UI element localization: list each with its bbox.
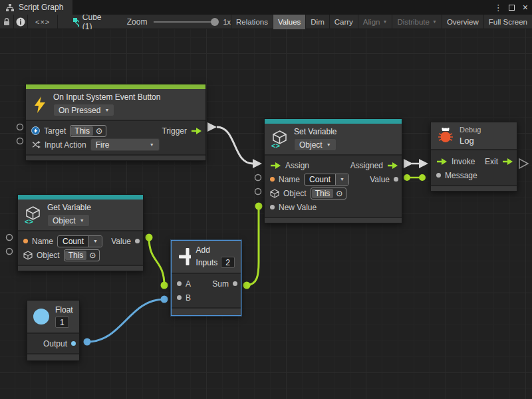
zoom-slider-track[interactable]	[154, 21, 217, 23]
node-debug-log[interactable]: Debug Log Invoke Exit	[430, 122, 517, 192]
port-dot-value[interactable]	[135, 239, 140, 243]
lock-button[interactable]	[0, 15, 14, 29]
port-dot-message[interactable]	[436, 173, 441, 178]
close-icon[interactable]: ×	[523, 3, 528, 12]
port-assign-in-arrow[interactable]	[253, 159, 262, 168]
set-variable-kind-dropdown[interactable]: Object ▼	[294, 138, 336, 151]
toolbar-button-overview[interactable]: Overview	[442, 15, 483, 29]
port-getobject-unconnected[interactable]	[7, 249, 13, 255]
port-dot-sum[interactable]	[233, 281, 237, 286]
event-node-color-bar	[26, 84, 205, 89]
toolbar-button-values[interactable]: Values	[273, 15, 305, 29]
get-variable-header: <> Get Variable Object ▼	[18, 200, 143, 230]
port-dot-new-value[interactable]	[270, 205, 275, 209]
event-mode-dropdown[interactable]: On Pressed ▼	[53, 104, 114, 116]
this-object-chip[interactable]: This ⊙	[64, 249, 100, 261]
maximize-icon[interactable]	[509, 5, 515, 11]
info-icon	[16, 17, 25, 27]
this-object-chip[interactable]: This ⊙	[70, 125, 106, 137]
port-row-a: A Sum	[172, 277, 241, 291]
zoom-slider[interactable]	[154, 18, 217, 26]
node-title: Float	[55, 305, 73, 315]
input-action-dropdown[interactable]: Fire ▼	[90, 138, 160, 151]
port-newvalue-in-endpoint[interactable]	[255, 203, 263, 210]
chevron-down-icon: ▼	[104, 108, 109, 112]
info-button[interactable]	[14, 15, 28, 29]
flow-arrow-icon[interactable]	[436, 158, 448, 166]
node-title: Get Variable	[47, 203, 91, 212]
flow-arrow-icon[interactable]	[502, 158, 513, 166]
port-setobject-unconnected[interactable]	[255, 189, 261, 195]
add-node-footer	[172, 307, 241, 315]
zoom-value: 1x	[223, 18, 231, 26]
toolbar-button-relations[interactable]: Relations	[231, 15, 273, 29]
port-target-unconnected[interactable]	[17, 124, 23, 130]
chevron-down-icon: ▼	[150, 142, 154, 147]
node-get-variable[interactable]: <> Get Variable Object ▼ Name Count	[17, 194, 144, 271]
svg-text:<>: <>	[25, 217, 33, 224]
port-dot-value[interactable]	[394, 177, 398, 182]
port-exit-unconnected[interactable]	[519, 159, 528, 168]
lock-icon	[3, 17, 11, 26]
graph-canvas[interactable]: On Input System Event Button On Pressed …	[0, 29, 532, 399]
toolbar-button-distribute[interactable]: Distribute ▼	[392, 15, 442, 29]
code-view-button[interactable]: <×>	[28, 15, 58, 29]
port-dot-output[interactable]	[71, 341, 76, 346]
window-menu-icon[interactable]: ⋮	[494, 3, 501, 13]
port-dot-name[interactable]	[270, 177, 275, 182]
node-set-variable[interactable]: <> Set Variable Object ▼ Assi	[264, 118, 402, 223]
float-value-field[interactable]: 1	[55, 317, 69, 328]
svg-text:<>: <>	[271, 142, 280, 148]
node-title: On Input System Event Button	[53, 92, 160, 102]
port-row-new-value: New Value	[265, 200, 402, 214]
node-add[interactable]: Add Inputs 2 A Sum	[171, 240, 241, 316]
port-sum-out-endpoint[interactable]	[243, 282, 251, 289]
port-getvalue-out-endpoint[interactable]	[146, 234, 153, 241]
wire-sum-to-newvalue[interactable]	[247, 206, 259, 285]
port-dot-a[interactable]	[177, 281, 182, 286]
set-variable-color-bar	[265, 119, 402, 124]
port-row-name: Name Count ▼ Value	[265, 172, 402, 186]
wire-getvalue-to-a[interactable]	[149, 237, 164, 285]
flow-arrow-icon[interactable]	[270, 162, 281, 170]
node-float[interactable]: Float 1 Output	[27, 300, 80, 361]
get-variable-kind-dropdown[interactable]: Object ▼	[47, 214, 90, 227]
port-getname-unconnected[interactable]	[7, 235, 13, 241]
port-dot-name[interactable]	[23, 239, 28, 243]
target-symbol-icon: ⊙	[93, 126, 105, 136]
graph-target-label: Cube (1)	[82, 13, 104, 31]
port-message-in-endpoint[interactable]	[419, 174, 426, 181]
port-setname-unconnected[interactable]	[255, 175, 261, 181]
port-trigger-out-arrow[interactable]	[207, 122, 217, 132]
this-object-chip[interactable]: This ⊙	[311, 188, 347, 200]
flow-arrow-icon[interactable]	[191, 127, 202, 135]
target-icon	[31, 126, 40, 135]
toolbar-button-dim[interactable]: Dim	[305, 15, 329, 29]
zoom-slider-handle[interactable]	[211, 18, 219, 26]
toolbar-button-align[interactable]: Align ▼	[358, 15, 392, 29]
lightning-bolt-icon	[32, 96, 48, 114]
wire-float-to-b[interactable]	[87, 299, 164, 342]
port-a-in-endpoint[interactable]	[161, 282, 168, 289]
port-assigned-out-arrow[interactable]	[404, 159, 413, 168]
port-row-name: Name Count ▼ Value	[18, 234, 143, 248]
node-on-input-system-event-button[interactable]: On Input System Event Button On Pressed …	[25, 84, 206, 161]
chevron-down-icon: ▼	[80, 218, 84, 223]
port-value-out-endpoint[interactable]	[404, 174, 410, 181]
port-invoke-in-arrow[interactable]	[419, 159, 428, 168]
port-dot-b[interactable]	[177, 295, 182, 300]
port-inputaction-unconnected[interactable]	[17, 138, 23, 144]
debug-log-header: Debug Log	[431, 122, 517, 149]
graph-target[interactable]: Cube (1)	[72, 13, 104, 31]
cube-icon	[23, 251, 33, 260]
variable-name-dropdown[interactable]: Count ▼	[304, 174, 349, 186]
port-b-in-endpoint[interactable]	[161, 296, 168, 303]
toolbar-button-carry[interactable]: Carry	[329, 15, 358, 29]
port-floatoutput-out-endpoint[interactable]	[84, 338, 91, 346]
flow-arrow-icon[interactable]	[387, 162, 398, 170]
toolbar-button-full-screen[interactable]: Full Screen	[483, 15, 532, 29]
inputs-count-field[interactable]: 2	[221, 257, 235, 268]
wire-trigger-to-assign[interactable]	[217, 127, 253, 164]
tab-script-graph[interactable]: Script Graph	[0, 0, 72, 15]
variable-name-dropdown[interactable]: Count ▼	[57, 235, 102, 247]
